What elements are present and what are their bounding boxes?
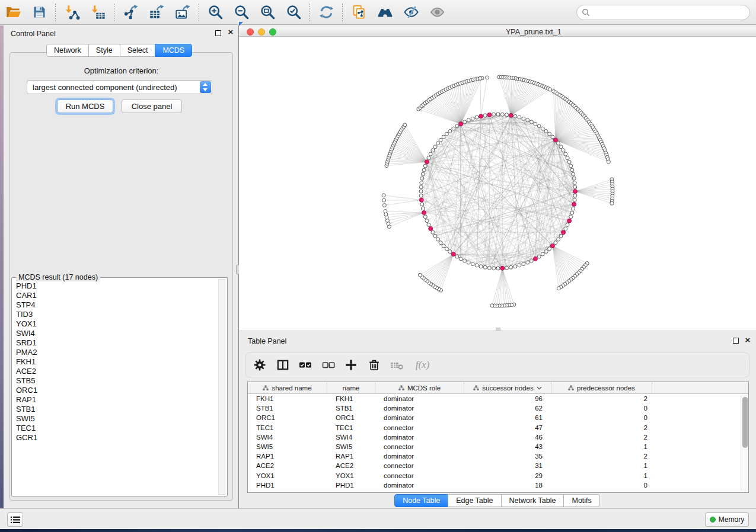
task-history-button[interactable] (7, 512, 23, 527)
network-leaf-node[interactable] (607, 160, 610, 164)
network-node[interactable] (526, 118, 529, 122)
tab-edge-table[interactable]: Edge Table (448, 494, 501, 507)
network-node[interactable] (529, 259, 533, 262)
mcds-result-item[interactable]: RAP1 (14, 395, 216, 405)
close-window-icon[interactable] (247, 28, 254, 36)
mcds-result-item[interactable]: STB5 (14, 376, 216, 386)
network-node[interactable] (423, 164, 427, 168)
import-table-icon[interactable] (90, 4, 106, 21)
zoom-fit-content-icon[interactable] (259, 4, 276, 21)
close-panel-button[interactable]: Close panel (122, 100, 182, 113)
mcds-hub-node[interactable] (567, 219, 572, 223)
network-node[interactable] (445, 132, 448, 136)
mcds-hub-node[interactable] (487, 113, 492, 117)
network-node[interactable] (421, 172, 425, 176)
network-node[interactable] (459, 257, 462, 261)
network-node[interactable] (534, 122, 537, 126)
network-node[interactable] (419, 185, 423, 189)
network-node[interactable] (439, 241, 442, 245)
network-node[interactable] (467, 261, 470, 264)
import-network-icon[interactable] (63, 4, 80, 21)
network-node[interactable] (483, 265, 487, 269)
mcds-result-item[interactable]: YOX1 (14, 319, 216, 329)
network-node[interactable] (427, 156, 430, 160)
table-row-YOX1[interactable]: YOX1YOX1connector291 (248, 471, 748, 480)
network-node[interactable] (505, 266, 509, 270)
maximize-window-icon[interactable] (269, 28, 276, 36)
network-node[interactable] (420, 203, 424, 206)
memory-button[interactable]: Memory (705, 512, 749, 527)
table-row-STB1[interactable]: STB1STB1dominator620 (248, 403, 748, 413)
network-node[interactable] (505, 113, 509, 117)
zoom-in-icon[interactable] (207, 4, 224, 21)
network-node[interactable] (483, 114, 487, 117)
column-header-name[interactable]: name (327, 382, 375, 394)
network-view-canvas[interactable] (239, 37, 756, 331)
network-leaf-node[interactable] (382, 194, 385, 197)
unselect-all-icon[interactable] (321, 358, 336, 372)
network-node[interactable] (419, 194, 423, 197)
network-node[interactable] (567, 160, 571, 164)
show-graphics-details-icon[interactable] (429, 4, 445, 21)
settings-gear-icon[interactable] (253, 358, 267, 372)
network-node[interactable] (455, 124, 459, 128)
network-node[interactable] (436, 142, 439, 145)
network-node[interactable] (562, 149, 565, 152)
tab-motifs[interactable]: Motifs (563, 494, 599, 507)
network-node[interactable] (513, 114, 517, 118)
tab-mcds[interactable]: MCDS (155, 44, 192, 57)
network-node[interactable] (551, 135, 554, 139)
column-header-shared-name[interactable]: shared name (248, 382, 327, 394)
mcds-hub-node[interactable] (419, 198, 423, 202)
table-row-RAP1[interactable]: RAP1RAP1dominator352 (248, 451, 748, 461)
network-node[interactable] (429, 152, 432, 156)
column-header-successor-nodes[interactable]: successor nodes (464, 382, 551, 394)
network-node[interactable] (471, 117, 474, 120)
network-leaf-node[interactable] (418, 273, 422, 277)
mcds-hub-node[interactable] (425, 160, 429, 164)
network-node[interactable] (559, 234, 563, 238)
network-node[interactable] (420, 177, 424, 180)
network-node[interactable] (492, 113, 496, 116)
network-node[interactable] (573, 198, 576, 202)
network-node[interactable] (569, 215, 573, 219)
export-network-icon[interactable] (122, 4, 139, 21)
mcds-result-item[interactable]: STB1 (14, 405, 216, 414)
function-builder-icon[interactable]: f(x) (413, 358, 433, 372)
mcds-result-item[interactable]: SRD1 (14, 338, 216, 348)
mcds-hub-node[interactable] (459, 122, 463, 126)
network-leaf-node[interactable] (557, 287, 560, 290)
network-node[interactable] (570, 168, 574, 172)
delete-column-icon[interactable] (367, 358, 381, 372)
network-node[interactable] (500, 113, 504, 116)
network-node[interactable] (573, 185, 577, 189)
network-node[interactable] (557, 142, 560, 145)
mcds-result-item[interactable]: PHD1 (14, 281, 216, 291)
table-row-PHD1[interactable]: PHD1PHD1dominator180 (248, 480, 748, 490)
delete-table-icon[interactable] (390, 358, 404, 372)
network-node[interactable] (463, 120, 467, 124)
network-node[interactable] (564, 152, 567, 156)
mcds-hub-node[interactable] (550, 243, 554, 248)
mcds-hub-node[interactable] (572, 202, 576, 206)
result-list-scrollbar[interactable] (218, 279, 225, 495)
network-node[interactable] (492, 267, 496, 270)
network-node[interactable] (496, 267, 500, 270)
add-column-icon[interactable] (344, 358, 358, 372)
network-node[interactable] (518, 116, 521, 119)
network-node[interactable] (559, 145, 563, 149)
optimization-criterion-select[interactable]: largest connected component (undirected) (27, 80, 212, 94)
tab-node-table[interactable]: Node Table (394, 494, 448, 507)
mcds-result-item[interactable]: FKH1 (14, 357, 216, 367)
search-input[interactable] (590, 7, 749, 18)
run-mcds-button[interactable]: Run MCDS (57, 100, 113, 113)
table-scrollbar-thumb[interactable] (742, 397, 748, 448)
network-node[interactable] (420, 181, 423, 184)
network-node[interactable] (564, 227, 567, 230)
mcds-result-item[interactable]: SWI4 (14, 329, 216, 338)
network-node[interactable] (452, 127, 455, 130)
network-node[interactable] (427, 223, 430, 226)
network-node[interactable] (433, 145, 437, 149)
mcds-result-item[interactable]: SWI5 (14, 414, 216, 424)
search-field[interactable] (576, 5, 750, 20)
